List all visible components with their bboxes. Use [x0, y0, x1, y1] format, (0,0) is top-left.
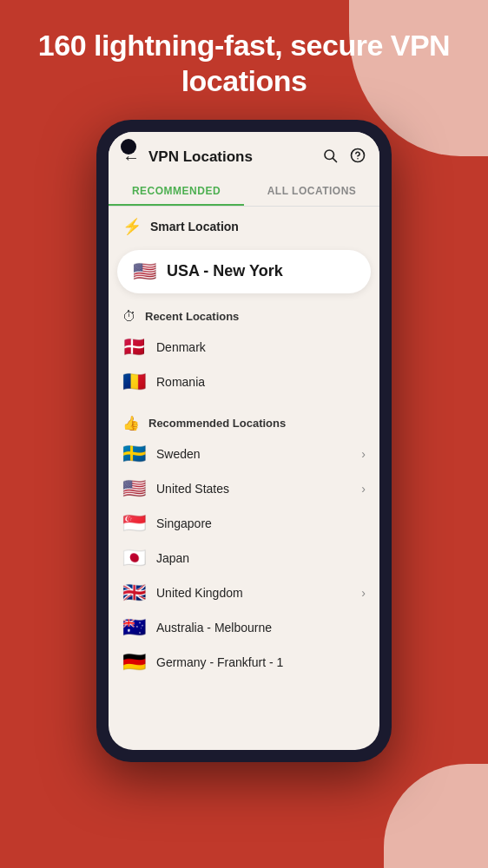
recent-section-title: Recent Locations [145, 310, 239, 323]
australia-label: Australia - Melbourne [156, 621, 366, 635]
romania-flag: 🇷🇴 [122, 372, 146, 391]
tab-recommended[interactable]: RECOMMENDED [109, 176, 244, 206]
selected-location-name: USA - New York [167, 262, 283, 280]
smart-location-row[interactable]: ⚡ Smart Location [109, 207, 379, 247]
app-bar-title: VPN Locations [148, 148, 322, 166]
us-label: United States [156, 482, 351, 496]
uk-flag: 🇬🇧 [122, 583, 146, 602]
selected-flag: 🇺🇸 [133, 262, 156, 281]
list-item[interactable]: 🇺🇸 United States › [109, 471, 379, 506]
list-item[interactable]: 🇬🇧 United Kingdom › [109, 575, 379, 610]
chevron-right-icon: › [361, 482, 366, 496]
list-item[interactable]: 🇦🇺 Australia - Melbourne [109, 610, 379, 645]
singapore-flag: 🇸🇬 [122, 514, 146, 533]
uk-label: United Kingdom [156, 586, 351, 600]
app-bar: ← VPN Locations [109, 132, 379, 176]
phone-container: ← VPN Locations [0, 120, 488, 762]
phone-camera [121, 139, 136, 155]
search-icon[interactable] [322, 148, 338, 168]
japan-label: Japan [156, 551, 366, 565]
australia-flag: 🇦🇺 [122, 618, 146, 637]
recent-icon: ⏱ [122, 309, 136, 325]
help-icon[interactable] [350, 148, 366, 168]
list-item[interactable]: 🇸🇪 Sweden › [109, 437, 379, 471]
list-item[interactable]: 🇯🇵 Japan [109, 541, 379, 575]
smart-location-label: Smart Location [150, 220, 239, 233]
denmark-label: Denmark [156, 340, 366, 354]
tab-all-locations[interactable]: ALL LOCATIONS [244, 176, 379, 206]
app-bar-icons [322, 148, 366, 168]
germany-flag: 🇩🇪 [122, 653, 146, 672]
phone-frame: ← VPN Locations [96, 120, 392, 762]
denmark-flag: 🇩🇰 [122, 338, 146, 357]
sweden-flag: 🇸🇪 [122, 444, 146, 464]
svg-line-1 [333, 158, 336, 161]
list-item[interactable]: 🇷🇴 Romania [109, 365, 379, 399]
romania-label: Romania [156, 375, 366, 389]
page-headline: 160 lightning-fast, secure VPN locations [35, 28, 453, 99]
thumbs-up-icon: 👍 [122, 415, 140, 431]
list-item[interactable]: 🇸🇬 Singapore [109, 506, 379, 541]
chevron-right-icon: › [361, 447, 366, 461]
header-section: 160 lightning-fast, secure VPN locations [0, 0, 488, 120]
singapore-label: Singapore [156, 516, 366, 530]
recommended-section-header: 👍 Recommended Locations [109, 406, 379, 437]
selected-location-row[interactable]: 🇺🇸 USA - New York [117, 250, 371, 293]
us-flag: 🇺🇸 [122, 479, 146, 498]
tabs-row: RECOMMENDED ALL LOCATIONS [109, 176, 379, 207]
list-item[interactable]: 🇩🇰 Denmark [109, 330, 379, 365]
germany-label: Germany - Frankfurt - 1 [156, 655, 366, 669]
chevron-right-icon: › [361, 586, 366, 600]
phone-screen: ← VPN Locations [109, 132, 379, 750]
lightning-icon: ⚡ [122, 217, 142, 236]
list-item[interactable]: 🇩🇪 Germany - Frankfurt - 1 [109, 645, 379, 680]
recommended-section-title: Recommended Locations [148, 417, 286, 430]
japan-flag: 🇯🇵 [122, 549, 146, 568]
recent-section-header: ⏱ Recent Locations [109, 300, 379, 330]
sweden-label: Sweden [156, 447, 351, 461]
